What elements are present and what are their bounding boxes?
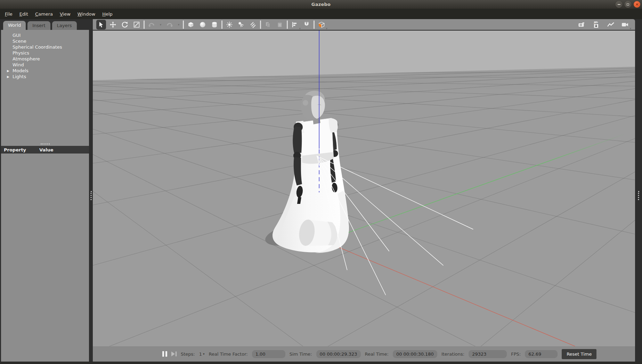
fps-field: 62.69 — [525, 350, 558, 358]
toolbar-separator — [183, 20, 184, 29]
value-column-header: Value — [39, 147, 54, 152]
paste-button[interactable] — [275, 20, 285, 30]
minimize-button[interactable] — [616, 1, 622, 8]
view-angle-dropdown[interactable]: ▾ — [326, 27, 327, 30]
left-panel: World Insert Layers GUI Scene Spherical … — [1, 19, 89, 362]
left-panel-splitter[interactable] — [89, 19, 93, 362]
copy-button[interactable] — [263, 20, 273, 30]
rotate-tool-button[interactable] — [120, 20, 130, 30]
right-panel-splitter[interactable] — [635, 19, 642, 362]
menu-camera[interactable]: Camera — [32, 10, 56, 18]
menu-window[interactable]: Window — [74, 10, 99, 18]
align-dropdown[interactable]: ▾ — [299, 27, 301, 30]
translate-tool-button[interactable] — [108, 20, 118, 30]
tree-item-atmosphere[interactable]: Atmosphere — [1, 56, 89, 62]
close-icon: × — [635, 2, 639, 6]
toolbar-separator — [144, 20, 145, 29]
real-time-factor-label: Real Time Factor: — [209, 351, 248, 357]
tree-item-models[interactable]: ▶Models — [1, 68, 89, 74]
tree-item-gui[interactable]: GUI — [1, 32, 89, 38]
maximize-button[interactable] — [625, 1, 631, 8]
expand-caret-icon[interactable]: ▶ — [7, 68, 9, 74]
toolbar-separator — [287, 20, 288, 29]
tree-item-wind[interactable]: Wind — [1, 62, 89, 68]
view-angle-button[interactable]: ▾ — [317, 20, 326, 30]
steps-value-dropdown[interactable]: 1 ▾ — [199, 351, 205, 357]
tree-item-physics[interactable]: Physics — [1, 50, 89, 56]
tree-item-spherical-coordinates[interactable]: Spherical Coordinates — [1, 44, 89, 50]
select-tool-button[interactable] — [96, 20, 106, 30]
undo-dropdown[interactable]: ▾ — [159, 23, 163, 26]
sim-time-field: 00 00:00:29.323 — [316, 350, 361, 358]
steps-value: 1 — [199, 351, 202, 357]
insert-box-button[interactable] — [186, 20, 196, 30]
spot-light-icon — [238, 21, 245, 28]
video-camera-icon — [621, 21, 629, 28]
plot-button[interactable] — [606, 20, 616, 30]
menu-help[interactable]: Help — [99, 10, 116, 18]
tree-item-lights[interactable]: ▶Lights — [1, 74, 89, 80]
titlebar[interactable]: Gazebo × — [0, 0, 642, 9]
record-video-dropdown[interactable]: ▾ — [629, 27, 631, 30]
toolbar-separator — [260, 20, 261, 29]
close-button[interactable]: × — [634, 1, 640, 8]
toolbar-separator — [221, 20, 222, 29]
property-column-header: Property — [1, 147, 39, 152]
record-video-button[interactable]: ▾ — [620, 20, 630, 30]
insert-cylinder-button[interactable] — [210, 20, 219, 30]
redo-button[interactable] — [165, 20, 174, 30]
toolbar: ▾ ▾ — [93, 19, 635, 31]
log-file-icon: LOG — [593, 21, 600, 28]
screenshot-button[interactable] — [577, 20, 586, 30]
window-bottom-edge — [0, 362, 642, 364]
tab-insert[interactable]: Insert — [27, 21, 50, 30]
menubar: File Edit Camera View Window Help — [0, 9, 642, 19]
snap-button[interactable] — [302, 20, 311, 30]
property-table-body — [1, 154, 89, 362]
real-time-factor-field: 1.00 — [252, 350, 285, 358]
viewport-3d[interactable] — [93, 31, 635, 346]
rotate-arrows-icon — [121, 21, 128, 28]
tree-item-scene[interactable]: Scene — [1, 38, 89, 44]
pause-button[interactable] — [162, 351, 167, 357]
point-light-icon — [226, 21, 233, 28]
align-icon — [291, 21, 298, 28]
menu-file[interactable]: File — [1, 10, 16, 18]
align-button[interactable]: ▾ — [290, 20, 300, 30]
panel-horizontal-splitter[interactable] — [1, 142, 89, 146]
real-time-field: 00 00:00:30.180 — [393, 350, 437, 358]
menu-edit[interactable]: Edit — [16, 10, 32, 18]
svg-text:LOG: LOG — [594, 22, 598, 24]
copy-icon — [265, 21, 271, 28]
expand-caret-icon[interactable]: ▶ — [7, 74, 9, 80]
chevron-down-icon: ▾ — [203, 352, 205, 356]
point-light-button[interactable] — [225, 20, 234, 30]
tab-world[interactable]: World — [3, 21, 26, 30]
move-arrows-icon — [109, 21, 116, 28]
insert-sphere-button[interactable] — [198, 20, 208, 30]
window-title: Gazebo — [0, 2, 642, 7]
menu-view[interactable]: View — [56, 10, 74, 18]
scale-tool-button[interactable] — [132, 20, 141, 30]
splitter-grip-icon — [41, 143, 50, 144]
minimize-icon — [618, 4, 620, 5]
redo-dropdown[interactable]: ▾ — [177, 23, 181, 26]
directional-light-button[interactable] — [248, 20, 258, 30]
fps-label: FPS: — [511, 351, 521, 357]
iterations-label: Iterations: — [441, 351, 464, 357]
maximize-icon — [627, 3, 629, 6]
pause-icon — [165, 351, 167, 357]
scale-arrows-icon — [133, 21, 140, 28]
log-data-button[interactable]: LOG — [591, 20, 601, 30]
pause-icon — [162, 351, 164, 357]
toolbar-separator — [314, 20, 315, 29]
step-button[interactable] — [171, 351, 177, 356]
tab-layers[interactable]: Layers — [52, 21, 77, 30]
statusbar: Steps: 1 ▾ Real Time Factor: 1.00 Sim Ti… — [93, 346, 635, 362]
plot-line-icon — [607, 21, 615, 28]
spot-light-button[interactable] — [236, 20, 246, 30]
reset-time-button[interactable]: Reset Time — [562, 349, 596, 359]
view-cube-icon — [317, 20, 326, 29]
sim-time-label: Sim Time: — [290, 351, 312, 357]
undo-button[interactable] — [147, 20, 156, 30]
